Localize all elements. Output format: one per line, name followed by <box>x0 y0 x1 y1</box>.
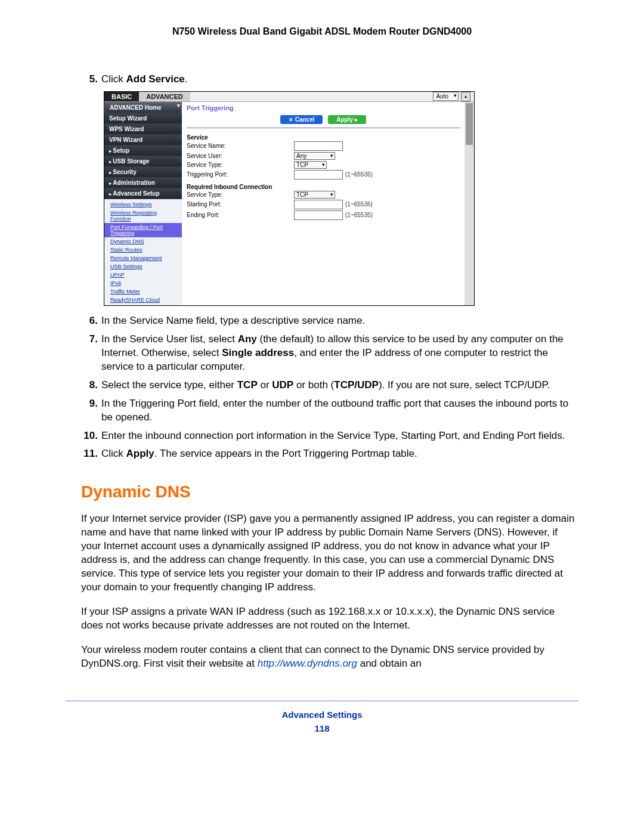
dyndns-link[interactable]: http://www.dyndns.org <box>258 658 357 669</box>
footer-divider <box>66 701 578 701</box>
sub-usb-settings[interactable]: USB Settings <box>104 262 182 271</box>
router-ui-screenshot: BASIC ADVANCED Auto ▴ ADVANCED Home Setu… <box>104 91 475 306</box>
sub-traffic-meter[interactable]: Traffic Meter <box>104 287 182 296</box>
sidebar-submenu: Wireless Settings Wireless Repeating Fun… <box>104 199 182 305</box>
instructions-list: 5. Click Add Service. <box>66 73 578 86</box>
sub-wireless-settings[interactable]: Wireless Settings <box>104 200 182 209</box>
step-number: 11. <box>81 447 98 461</box>
sidebar-item-administration[interactable]: Administration <box>104 178 182 188</box>
sidebar-item-usb[interactable]: USB Storage <box>104 156 182 167</box>
scroll-up-icon[interactable]: ▴ <box>461 92 470 101</box>
sidebar-item-advanced-setup[interactable]: Advanced Setup <box>104 188 182 199</box>
step-number: 10. <box>81 429 98 443</box>
step-number: 9. <box>81 397 98 425</box>
sub-ipv6[interactable]: IPv6 <box>104 279 182 287</box>
sub-remote-management[interactable]: Remote Management <box>104 254 182 262</box>
content-panel: Port Triggering Cancel Apply Service Ser… <box>182 102 465 305</box>
sidebar-item-wps-wizard[interactable]: WPS Wizard <box>104 124 182 135</box>
step-number: 6. <box>81 314 98 328</box>
sub-wireless-repeating[interactable]: Wireless Repeating Function <box>104 209 182 223</box>
label-triggering-port: Triggering Port: <box>187 171 294 178</box>
step-text: In the Triggering Port field, enter the … <box>101 397 578 425</box>
label-starting-port: Starting Port: <box>187 201 294 208</box>
sub-port-forwarding[interactable]: Port Forwarding / Port Triggering <box>104 223 182 237</box>
step-number: 7. <box>81 333 98 374</box>
step-text: Select the service type, either TCP or U… <box>101 379 578 392</box>
port-range-hint: (1~65535) <box>345 201 373 208</box>
step-text: Click Add Service. <box>101 73 578 86</box>
label-ending-port: Ending Port: <box>187 212 294 218</box>
section-inbound: Required Inbound Connection <box>182 180 465 190</box>
sidebar-item-setup[interactable]: Setup <box>104 145 182 156</box>
step-number: 8. <box>81 379 98 392</box>
service-user-select[interactable]: Any <box>294 152 335 160</box>
section-heading: Dynamic DNS <box>81 482 578 501</box>
sub-dynamic-dns[interactable]: Dynamic DNS <box>104 237 182 246</box>
label-service-type: Service Type: <box>187 162 294 168</box>
sidebar-item-setup-wizard[interactable]: Setup Wizard <box>104 113 182 124</box>
sidebar: ADVANCED Home Setup Wizard WPS Wizard VP… <box>104 102 182 305</box>
footer-title: Advanced Settings <box>66 710 578 720</box>
sub-readyshare-cloud[interactable]: ReadySHARE Cloud <box>104 296 182 304</box>
inbound-type-select[interactable]: TCP <box>294 191 335 199</box>
step-text: In the Service User list, select Any (th… <box>101 333 578 374</box>
sub-static-routes[interactable]: Static Routes <box>104 246 182 254</box>
label-service-user: Service User: <box>187 153 294 159</box>
ending-port-field[interactable] <box>294 210 343 220</box>
page-number: 118 <box>66 723 578 733</box>
language-select[interactable]: Auto <box>433 92 459 101</box>
step-text: In the Service Name field, type a descri… <box>101 314 578 328</box>
step-text: Click Apply. The service appears in the … <box>101 447 578 461</box>
apply-button[interactable]: Apply <box>328 115 366 124</box>
paragraph: If your ISP assigns a private WAN IP add… <box>81 605 578 633</box>
sub-upnp[interactable]: UPnP <box>104 271 182 279</box>
sidebar-item-vpn-wizard[interactable]: VPN Wizard <box>104 135 182 145</box>
top-bar: BASIC ADVANCED Auto ▴ <box>104 92 474 102</box>
triggering-port-field[interactable] <box>294 170 343 179</box>
starting-port-field[interactable] <box>294 200 343 209</box>
section-service: Service <box>182 131 465 141</box>
sidebar-item-security[interactable]: Security <box>104 167 182 178</box>
sidebar-item-advanced-home[interactable]: ADVANCED Home <box>104 102 182 113</box>
paragraph: Your wireless modem router contains a cl… <box>81 643 578 671</box>
step-number: 5. <box>81 73 98 86</box>
service-name-field[interactable] <box>294 141 343 151</box>
label-inbound-type: Service Type: <box>187 191 294 198</box>
document-title: N750 Wireless Dual Band Gigabit ADSL Mod… <box>66 26 578 37</box>
label-service-name: Service Name: <box>187 143 294 149</box>
port-range-hint: (1~65535) <box>345 171 373 178</box>
page-title: Port Triggering <box>182 102 465 114</box>
service-type-select[interactable]: TCP <box>294 161 327 169</box>
cancel-button[interactable]: Cancel <box>280 115 323 124</box>
port-range-hint: (1~65535) <box>345 212 373 218</box>
step-text: Enter the inbound connection port inform… <box>101 429 578 443</box>
paragraph: If your Internet service provider (ISP) … <box>81 512 578 594</box>
tab-advanced[interactable]: ADVANCED <box>139 92 190 101</box>
vertical-scrollbar[interactable] <box>465 102 474 305</box>
tab-basic[interactable]: BASIC <box>104 92 139 101</box>
instructions-list: 6.In the Service Name field, type a desc… <box>66 314 578 461</box>
